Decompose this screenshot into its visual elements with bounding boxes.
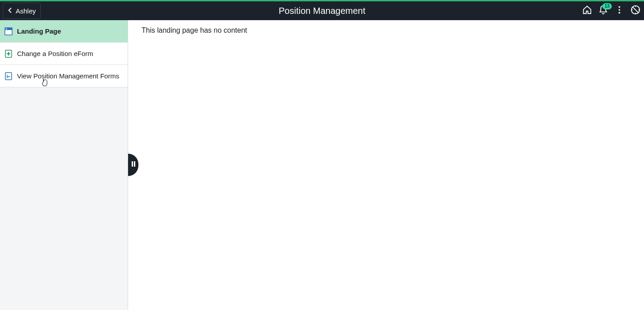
svg-line-4 [633, 7, 639, 13]
svg-rect-16 [132, 161, 133, 167]
add-form-icon [4, 50, 13, 58]
svg-point-2 [618, 12, 620, 14]
kebab-icon [614, 5, 624, 17]
chevron-left-icon [7, 7, 14, 15]
header-actions: 13 [582, 5, 640, 17]
sidebar-item-label: View Position Management Forms [17, 72, 119, 80]
page-title: Position Management [279, 6, 365, 16]
main-content: This landing page has no content [128, 20, 644, 310]
svg-rect-15 [5, 73, 12, 80]
notifications-button[interactable]: 13 [598, 5, 608, 17]
menu-button[interactable] [614, 5, 624, 17]
home-button[interactable] [582, 5, 592, 17]
view-form-icon [4, 72, 13, 80]
pause-bars-icon [131, 161, 136, 169]
svg-rect-11 [6, 28, 7, 29]
back-label: Ashley [16, 7, 36, 15]
sidebar-item-label: Landing Page [17, 27, 61, 35]
sidebar-item-landing-page[interactable]: Landing Page [0, 20, 128, 43]
notification-badge: 13 [602, 3, 612, 9]
compass-icon [631, 5, 640, 17]
sidebar-item-change-position-eform[interactable]: Change a Position eForm [0, 43, 128, 65]
sidebar-item-label: Change a Position eForm [17, 50, 93, 57]
app-header: Ashley Position Management 13 [0, 1, 644, 20]
home-icon [582, 5, 592, 17]
svg-point-1 [618, 9, 620, 11]
main-layout: Landing Page Change a Position eForm Vie… [0, 20, 644, 310]
sidebar: Landing Page Change a Position eForm Vie… [0, 20, 128, 310]
svg-rect-17 [134, 161, 135, 167]
empty-content-message: This landing page has no content [142, 26, 631, 34]
svg-point-0 [618, 6, 620, 8]
back-button[interactable]: Ashley [3, 3, 41, 19]
help-button[interactable] [631, 5, 640, 17]
sidebar-item-view-position-forms[interactable]: View Position Management Forms [0, 65, 128, 87]
page-icon [4, 27, 13, 35]
